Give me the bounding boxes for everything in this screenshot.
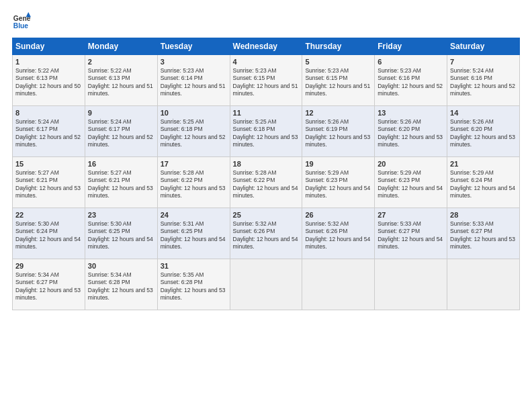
calendar-day-cell: 28Sunrise: 5:33 AM Sunset: 6:27 PM Dayli… (447, 208, 520, 259)
calendar-day-cell: 30Sunrise: 5:34 AM Sunset: 6:28 PM Dayli… (85, 259, 157, 310)
day-number: 31 (161, 262, 227, 270)
day-number: 1 (15, 58, 82, 66)
day-info: Sunrise: 5:34 AM Sunset: 6:27 PM Dayligh… (15, 271, 82, 302)
day-number: 16 (88, 160, 154, 168)
day-of-week-header: Wednesday (230, 38, 302, 55)
day-info: Sunrise: 5:34 AM Sunset: 6:28 PM Dayligh… (88, 271, 154, 302)
day-info: Sunrise: 5:22 AM Sunset: 6:13 PM Dayligh… (88, 67, 154, 98)
day-info: Sunrise: 5:28 AM Sunset: 6:22 PM Dayligh… (161, 169, 227, 200)
day-info: Sunrise: 5:29 AM Sunset: 6:23 PM Dayligh… (378, 169, 444, 200)
calendar-day-cell: 18Sunrise: 5:28 AM Sunset: 6:22 PM Dayli… (230, 157, 302, 208)
day-info: Sunrise: 5:28 AM Sunset: 6:22 PM Dayligh… (233, 169, 300, 200)
day-number: 21 (450, 160, 517, 168)
day-number: 11 (233, 109, 300, 117)
day-info: Sunrise: 5:27 AM Sunset: 6:21 PM Dayligh… (88, 169, 154, 200)
day-info: Sunrise: 5:23 AM Sunset: 6:15 PM Dayligh… (233, 67, 300, 98)
day-info: Sunrise: 5:22 AM Sunset: 6:13 PM Dayligh… (15, 67, 82, 98)
logo: General Blue (12, 12, 31, 31)
day-info: Sunrise: 5:24 AM Sunset: 6:16 PM Dayligh… (450, 67, 517, 98)
calendar-table: SundayMondayTuesdayWednesdayThursdayFrid… (12, 38, 520, 310)
calendar-day-cell: 22Sunrise: 5:30 AM Sunset: 6:24 PM Dayli… (13, 208, 85, 259)
day-info: Sunrise: 5:35 AM Sunset: 6:28 PM Dayligh… (161, 271, 227, 302)
calendar-day-cell: 17Sunrise: 5:28 AM Sunset: 6:22 PM Dayli… (157, 157, 230, 208)
calendar-week-row: 8Sunrise: 5:24 AM Sunset: 6:17 PM Daylig… (13, 106, 520, 157)
calendar-day-cell: 19Sunrise: 5:29 AM Sunset: 6:23 PM Dayli… (302, 157, 375, 208)
calendar-day-cell (375, 259, 447, 310)
day-info: Sunrise: 5:23 AM Sunset: 6:16 PM Dayligh… (378, 67, 444, 98)
day-of-week-header: Tuesday (157, 38, 230, 55)
calendar-day-cell: 14Sunrise: 5:26 AM Sunset: 6:20 PM Dayli… (447, 106, 520, 157)
day-info: Sunrise: 5:26 AM Sunset: 6:20 PM Dayligh… (378, 118, 444, 149)
day-info: Sunrise: 5:23 AM Sunset: 6:15 PM Dayligh… (305, 67, 371, 98)
calendar-day-cell: 7Sunrise: 5:24 AM Sunset: 6:16 PM Daylig… (447, 55, 520, 106)
calendar-day-cell: 13Sunrise: 5:26 AM Sunset: 6:20 PM Dayli… (375, 106, 447, 157)
calendar-body: 1Sunrise: 5:22 AM Sunset: 6:13 PM Daylig… (13, 55, 520, 310)
day-of-week-header: Thursday (302, 38, 375, 55)
day-of-week-header: Friday (375, 38, 447, 55)
day-info: Sunrise: 5:23 AM Sunset: 6:14 PM Dayligh… (161, 67, 227, 98)
calendar-day-cell: 15Sunrise: 5:27 AM Sunset: 6:21 PM Dayli… (13, 157, 85, 208)
svg-text:Blue: Blue (13, 22, 29, 30)
day-info: Sunrise: 5:29 AM Sunset: 6:23 PM Dayligh… (305, 169, 371, 200)
header: General Blue (12, 12, 520, 31)
calendar-day-cell (230, 259, 302, 310)
calendar-week-row: 22Sunrise: 5:30 AM Sunset: 6:24 PM Dayli… (13, 208, 520, 259)
day-number: 7 (450, 58, 517, 66)
day-info: Sunrise: 5:32 AM Sunset: 6:26 PM Dayligh… (305, 220, 371, 251)
day-number: 22 (15, 211, 82, 219)
calendar-day-cell: 31Sunrise: 5:35 AM Sunset: 6:28 PM Dayli… (157, 259, 230, 310)
day-number: 3 (161, 58, 227, 66)
day-number: 17 (161, 160, 227, 168)
day-of-week-header: Saturday (447, 38, 520, 55)
day-info: Sunrise: 5:29 AM Sunset: 6:24 PM Dayligh… (450, 169, 517, 200)
day-info: Sunrise: 5:31 AM Sunset: 6:25 PM Dayligh… (161, 220, 227, 251)
day-number: 26 (305, 211, 371, 219)
day-number: 12 (305, 109, 371, 117)
day-number: 24 (161, 211, 227, 219)
day-of-week-header: Sunday (13, 38, 85, 55)
day-number: 25 (233, 211, 300, 219)
calendar-day-cell: 3Sunrise: 5:23 AM Sunset: 6:14 PM Daylig… (157, 55, 230, 106)
day-number: 6 (378, 58, 444, 66)
calendar-day-cell: 2Sunrise: 5:22 AM Sunset: 6:13 PM Daylig… (85, 55, 157, 106)
day-info: Sunrise: 5:30 AM Sunset: 6:24 PM Dayligh… (15, 220, 82, 251)
day-info: Sunrise: 5:33 AM Sunset: 6:27 PM Dayligh… (378, 220, 444, 251)
day-info: Sunrise: 5:33 AM Sunset: 6:27 PM Dayligh… (450, 220, 517, 251)
day-number: 18 (233, 160, 300, 168)
day-number: 20 (378, 160, 444, 168)
day-number: 19 (305, 160, 371, 168)
day-info: Sunrise: 5:26 AM Sunset: 6:19 PM Dayligh… (305, 118, 371, 149)
day-number: 28 (450, 211, 517, 219)
day-of-week-header: Monday (85, 38, 157, 55)
calendar-day-cell: 5Sunrise: 5:23 AM Sunset: 6:15 PM Daylig… (302, 55, 375, 106)
calendar-week-row: 1Sunrise: 5:22 AM Sunset: 6:13 PM Daylig… (13, 55, 520, 106)
calendar-day-cell: 25Sunrise: 5:32 AM Sunset: 6:26 PM Dayli… (230, 208, 302, 259)
calendar-day-cell: 21Sunrise: 5:29 AM Sunset: 6:24 PM Dayli… (447, 157, 520, 208)
calendar-day-cell: 9Sunrise: 5:24 AM Sunset: 6:17 PM Daylig… (85, 106, 157, 157)
day-info: Sunrise: 5:32 AM Sunset: 6:26 PM Dayligh… (233, 220, 300, 251)
day-number: 27 (378, 211, 444, 219)
logo-icon: General Blue (12, 12, 31, 31)
day-info: Sunrise: 5:25 AM Sunset: 6:18 PM Dayligh… (161, 118, 227, 149)
day-number: 8 (15, 109, 82, 117)
calendar-day-cell: 24Sunrise: 5:31 AM Sunset: 6:25 PM Dayli… (157, 208, 230, 259)
calendar-day-cell: 12Sunrise: 5:26 AM Sunset: 6:19 PM Dayli… (302, 106, 375, 157)
calendar-week-row: 15Sunrise: 5:27 AM Sunset: 6:21 PM Dayli… (13, 157, 520, 208)
day-info: Sunrise: 5:24 AM Sunset: 6:17 PM Dayligh… (88, 118, 154, 149)
calendar-day-cell: 26Sunrise: 5:32 AM Sunset: 6:26 PM Dayli… (302, 208, 375, 259)
day-number: 4 (233, 58, 300, 66)
calendar-day-cell: 20Sunrise: 5:29 AM Sunset: 6:23 PM Dayli… (375, 157, 447, 208)
calendar-day-cell: 6Sunrise: 5:23 AM Sunset: 6:16 PM Daylig… (375, 55, 447, 106)
calendar-day-cell: 10Sunrise: 5:25 AM Sunset: 6:18 PM Dayli… (157, 106, 230, 157)
calendar-week-row: 29Sunrise: 5:34 AM Sunset: 6:27 PM Dayli… (13, 259, 520, 310)
day-info: Sunrise: 5:25 AM Sunset: 6:18 PM Dayligh… (233, 118, 300, 149)
day-number: 14 (450, 109, 517, 117)
day-number: 15 (15, 160, 82, 168)
calendar-day-cell: 27Sunrise: 5:33 AM Sunset: 6:27 PM Dayli… (375, 208, 447, 259)
calendar-page: General Blue SundayMondayTuesdayWednesda… (0, 0, 532, 411)
calendar-day-cell: 16Sunrise: 5:27 AM Sunset: 6:21 PM Dayli… (85, 157, 157, 208)
day-number: 13 (378, 109, 444, 117)
calendar-day-cell: 11Sunrise: 5:25 AM Sunset: 6:18 PM Dayli… (230, 106, 302, 157)
calendar-day-cell: 4Sunrise: 5:23 AM Sunset: 6:15 PM Daylig… (230, 55, 302, 106)
calendar-day-cell: 29Sunrise: 5:34 AM Sunset: 6:27 PM Dayli… (13, 259, 85, 310)
